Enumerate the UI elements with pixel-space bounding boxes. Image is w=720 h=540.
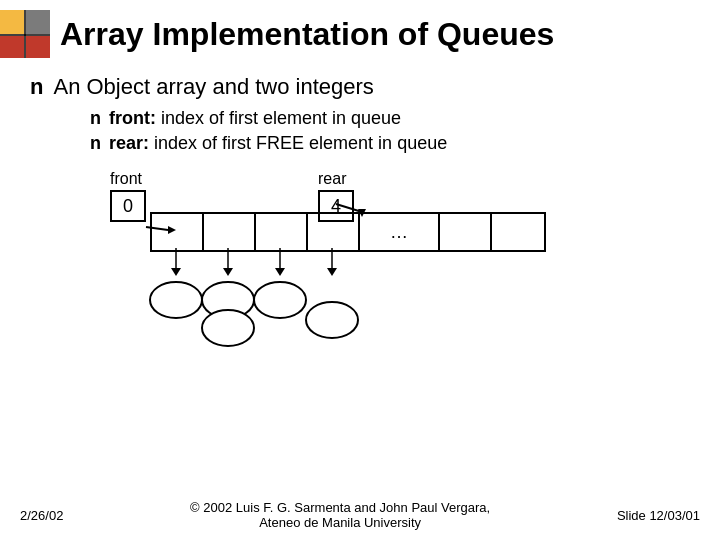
main-bullet: n: [30, 74, 43, 100]
sub-point-front: n front: index of first element in queue: [90, 108, 690, 129]
svg-rect-3: [26, 36, 50, 58]
page-title: Array Implementation of Queues: [60, 16, 554, 53]
keyword-front: front:: [109, 108, 156, 128]
sub-bullet-2: n: [90, 133, 101, 154]
header-bar: Array Implementation of Queues: [0, 0, 720, 64]
svg-rect-0: [0, 10, 24, 34]
svg-marker-15: [275, 268, 285, 276]
logo-icon: [0, 10, 50, 58]
footer-slide: Slide 12/03/01: [617, 508, 700, 523]
sub-points: n front: index of first element in queue…: [90, 108, 690, 154]
content-area: n An Object array and two integers n fro…: [0, 64, 720, 370]
diagram-area: front 0 rear 4 …: [80, 170, 690, 370]
footer: 2/26/02 © 2002 Luis F. G. Sarmenta and J…: [0, 500, 720, 530]
diagram-svg: [80, 170, 700, 370]
ellipse-2: [254, 282, 306, 318]
svg-marker-17: [327, 268, 337, 276]
svg-line-6: [146, 227, 168, 230]
ellipse-0: [150, 282, 202, 318]
svg-rect-1: [26, 10, 50, 34]
sub-point-rear: n rear: index of first FREE element in q…: [90, 133, 690, 154]
footer-copyright: © 2002 Luis F. G. Sarmenta and John Paul…: [73, 500, 607, 530]
svg-marker-11: [171, 268, 181, 276]
ellipse-1b: [202, 310, 254, 346]
svg-marker-13: [223, 268, 233, 276]
keyword-rear: rear:: [109, 133, 149, 153]
sub-bullet-1: n: [90, 108, 101, 129]
main-point: n An Object array and two integers: [30, 74, 690, 100]
svg-marker-9: [358, 209, 366, 217]
svg-rect-2: [0, 36, 24, 58]
ellipse-3: [306, 302, 358, 338]
sub-text-front: front: index of first element in queue: [109, 108, 401, 129]
svg-line-8: [336, 204, 362, 212]
main-text: An Object array and two integers: [53, 74, 373, 100]
footer-date: 2/26/02: [20, 508, 63, 523]
svg-marker-7: [168, 226, 176, 234]
sub-text-rear: rear: index of first FREE element in que…: [109, 133, 447, 154]
